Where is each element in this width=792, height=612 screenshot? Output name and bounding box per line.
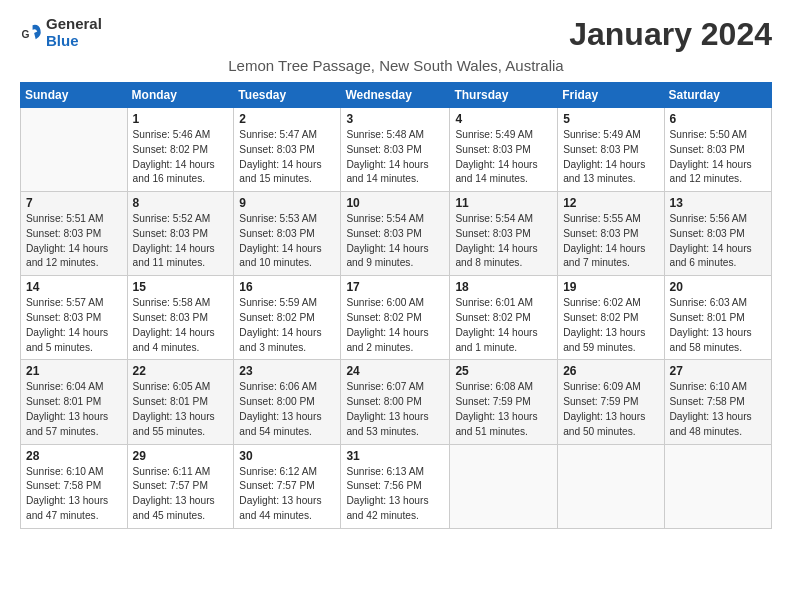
cell-content: Sunrise: 6:10 AM Sunset: 7:58 PM Dayligh…: [670, 380, 766, 439]
day-number: 24: [346, 364, 444, 378]
day-number: 14: [26, 280, 122, 294]
day-header-tuesday: Tuesday: [234, 83, 341, 108]
calendar-table: SundayMondayTuesdayWednesdayThursdayFrid…: [20, 82, 772, 529]
day-number: 21: [26, 364, 122, 378]
calendar-cell: 22Sunrise: 6:05 AM Sunset: 8:01 PM Dayli…: [127, 360, 234, 444]
cell-content: Sunrise: 6:13 AM Sunset: 7:56 PM Dayligh…: [346, 465, 444, 524]
day-number: 30: [239, 449, 335, 463]
cell-content: Sunrise: 6:02 AM Sunset: 8:02 PM Dayligh…: [563, 296, 658, 355]
cell-content: Sunrise: 5:48 AM Sunset: 8:03 PM Dayligh…: [346, 128, 444, 187]
calendar-cell: 24Sunrise: 6:07 AM Sunset: 8:00 PM Dayli…: [341, 360, 450, 444]
calendar-header-row: SundayMondayTuesdayWednesdayThursdayFrid…: [21, 83, 772, 108]
cell-content: Sunrise: 6:04 AM Sunset: 8:01 PM Dayligh…: [26, 380, 122, 439]
calendar-cell: 21Sunrise: 6:04 AM Sunset: 8:01 PM Dayli…: [21, 360, 128, 444]
logo: G General Blue: [20, 16, 102, 49]
cell-content: Sunrise: 6:11 AM Sunset: 7:57 PM Dayligh…: [133, 465, 229, 524]
logo-text: General Blue: [46, 16, 102, 49]
day-header-monday: Monday: [127, 83, 234, 108]
cell-content: Sunrise: 5:55 AM Sunset: 8:03 PM Dayligh…: [563, 212, 658, 271]
calendar-cell: 5Sunrise: 5:49 AM Sunset: 8:03 PM Daylig…: [558, 108, 664, 192]
cell-content: Sunrise: 5:49 AM Sunset: 8:03 PM Dayligh…: [563, 128, 658, 187]
day-number: 29: [133, 449, 229, 463]
day-number: 25: [455, 364, 552, 378]
calendar-cell: 25Sunrise: 6:08 AM Sunset: 7:59 PM Dayli…: [450, 360, 558, 444]
day-header-thursday: Thursday: [450, 83, 558, 108]
location-title: Lemon Tree Passage, New South Wales, Aus…: [20, 57, 772, 74]
day-number: 3: [346, 112, 444, 126]
calendar-week-5: 28Sunrise: 6:10 AM Sunset: 7:58 PM Dayli…: [21, 444, 772, 528]
logo-general: General: [46, 16, 102, 33]
cell-content: Sunrise: 6:08 AM Sunset: 7:59 PM Dayligh…: [455, 380, 552, 439]
calendar-cell: [21, 108, 128, 192]
cell-content: Sunrise: 5:52 AM Sunset: 8:03 PM Dayligh…: [133, 212, 229, 271]
calendar-cell: 26Sunrise: 6:09 AM Sunset: 7:59 PM Dayli…: [558, 360, 664, 444]
calendar-cell: 3Sunrise: 5:48 AM Sunset: 8:03 PM Daylig…: [341, 108, 450, 192]
cell-content: Sunrise: 5:49 AM Sunset: 8:03 PM Dayligh…: [455, 128, 552, 187]
day-number: 13: [670, 196, 766, 210]
cell-content: Sunrise: 6:01 AM Sunset: 8:02 PM Dayligh…: [455, 296, 552, 355]
day-number: 15: [133, 280, 229, 294]
day-number: 6: [670, 112, 766, 126]
day-number: 28: [26, 449, 122, 463]
page-header: G General Blue January 2024: [20, 16, 772, 53]
cell-content: Sunrise: 6:12 AM Sunset: 7:57 PM Dayligh…: [239, 465, 335, 524]
day-number: 11: [455, 196, 552, 210]
calendar-cell: 29Sunrise: 6:11 AM Sunset: 7:57 PM Dayli…: [127, 444, 234, 528]
calendar-cell: 20Sunrise: 6:03 AM Sunset: 8:01 PM Dayli…: [664, 276, 771, 360]
day-number: 17: [346, 280, 444, 294]
day-number: 31: [346, 449, 444, 463]
calendar-cell: 4Sunrise: 5:49 AM Sunset: 8:03 PM Daylig…: [450, 108, 558, 192]
calendar-cell: 14Sunrise: 5:57 AM Sunset: 8:03 PM Dayli…: [21, 276, 128, 360]
svg-text:G: G: [22, 28, 30, 39]
cell-content: Sunrise: 5:50 AM Sunset: 8:03 PM Dayligh…: [670, 128, 766, 187]
calendar-week-2: 7Sunrise: 5:51 AM Sunset: 8:03 PM Daylig…: [21, 192, 772, 276]
logo-icon: G: [20, 22, 42, 44]
calendar-cell: 6Sunrise: 5:50 AM Sunset: 8:03 PM Daylig…: [664, 108, 771, 192]
day-number: 7: [26, 196, 122, 210]
day-number: 12: [563, 196, 658, 210]
calendar-cell: 16Sunrise: 5:59 AM Sunset: 8:02 PM Dayli…: [234, 276, 341, 360]
calendar-cell: 9Sunrise: 5:53 AM Sunset: 8:03 PM Daylig…: [234, 192, 341, 276]
calendar-cell: 7Sunrise: 5:51 AM Sunset: 8:03 PM Daylig…: [21, 192, 128, 276]
calendar-cell: 17Sunrise: 6:00 AM Sunset: 8:02 PM Dayli…: [341, 276, 450, 360]
day-number: 9: [239, 196, 335, 210]
cell-content: Sunrise: 5:56 AM Sunset: 8:03 PM Dayligh…: [670, 212, 766, 271]
day-number: 23: [239, 364, 335, 378]
day-number: 18: [455, 280, 552, 294]
calendar-cell: 31Sunrise: 6:13 AM Sunset: 7:56 PM Dayli…: [341, 444, 450, 528]
day-header-friday: Friday: [558, 83, 664, 108]
month-title: January 2024: [569, 16, 772, 53]
calendar-cell: 19Sunrise: 6:02 AM Sunset: 8:02 PM Dayli…: [558, 276, 664, 360]
day-number: 10: [346, 196, 444, 210]
cell-content: Sunrise: 6:05 AM Sunset: 8:01 PM Dayligh…: [133, 380, 229, 439]
logo-blue: Blue: [46, 33, 102, 50]
cell-content: Sunrise: 5:58 AM Sunset: 8:03 PM Dayligh…: [133, 296, 229, 355]
calendar-cell: 27Sunrise: 6:10 AM Sunset: 7:58 PM Dayli…: [664, 360, 771, 444]
day-number: 27: [670, 364, 766, 378]
calendar-cell: 28Sunrise: 6:10 AM Sunset: 7:58 PM Dayli…: [21, 444, 128, 528]
cell-content: Sunrise: 6:03 AM Sunset: 8:01 PM Dayligh…: [670, 296, 766, 355]
calendar-week-4: 21Sunrise: 6:04 AM Sunset: 8:01 PM Dayli…: [21, 360, 772, 444]
calendar-body: 1Sunrise: 5:46 AM Sunset: 8:02 PM Daylig…: [21, 108, 772, 529]
cell-content: Sunrise: 6:07 AM Sunset: 8:00 PM Dayligh…: [346, 380, 444, 439]
cell-content: Sunrise: 6:06 AM Sunset: 8:00 PM Dayligh…: [239, 380, 335, 439]
day-number: 4: [455, 112, 552, 126]
day-number: 19: [563, 280, 658, 294]
calendar-cell: [664, 444, 771, 528]
day-header-saturday: Saturday: [664, 83, 771, 108]
day-number: 26: [563, 364, 658, 378]
calendar-cell: 1Sunrise: 5:46 AM Sunset: 8:02 PM Daylig…: [127, 108, 234, 192]
cell-content: Sunrise: 6:00 AM Sunset: 8:02 PM Dayligh…: [346, 296, 444, 355]
day-number: 2: [239, 112, 335, 126]
cell-content: Sunrise: 5:53 AM Sunset: 8:03 PM Dayligh…: [239, 212, 335, 271]
day-number: 8: [133, 196, 229, 210]
cell-content: Sunrise: 6:09 AM Sunset: 7:59 PM Dayligh…: [563, 380, 658, 439]
day-number: 16: [239, 280, 335, 294]
day-number: 1: [133, 112, 229, 126]
cell-content: Sunrise: 6:10 AM Sunset: 7:58 PM Dayligh…: [26, 465, 122, 524]
calendar-cell: [450, 444, 558, 528]
calendar-cell: 18Sunrise: 6:01 AM Sunset: 8:02 PM Dayli…: [450, 276, 558, 360]
day-number: 20: [670, 280, 766, 294]
calendar-cell: 15Sunrise: 5:58 AM Sunset: 8:03 PM Dayli…: [127, 276, 234, 360]
cell-content: Sunrise: 5:46 AM Sunset: 8:02 PM Dayligh…: [133, 128, 229, 187]
